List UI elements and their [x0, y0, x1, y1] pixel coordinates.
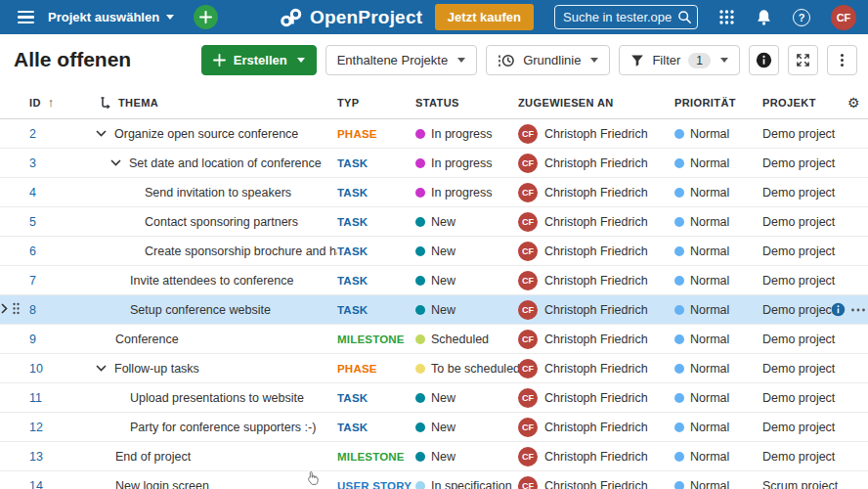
row-more-icon[interactable]	[850, 307, 866, 313]
table-row[interactable]: 4Send invitation to speakersTASKIn progr…	[0, 178, 868, 207]
subject-cell[interactable]: Contact sponsoring partners	[93, 215, 337, 229]
assignee-name[interactable]: Christoph Friedrich	[544, 421, 648, 434]
subject-text[interactable]: Create sponsorship brochure and ha...	[145, 244, 337, 258]
column-header-type[interactable]: TYP	[337, 97, 415, 109]
assignee-cell[interactable]: CFChristoph Friedrich	[518, 418, 674, 437]
status-cell[interactable]: In specification	[415, 479, 518, 489]
more-options-button[interactable]	[827, 45, 857, 75]
work-package-id-link[interactable]: 11	[29, 391, 42, 405]
subject-cell[interactable]: Conference	[93, 333, 337, 346]
type-cell[interactable]: TASK	[337, 245, 415, 257]
subject-text[interactable]: Conference	[115, 333, 179, 346]
type-cell[interactable]: TASK	[337, 157, 415, 169]
fullscreen-button[interactable]	[788, 45, 818, 75]
type-cell[interactable]: TASK	[337, 187, 415, 199]
status-cell[interactable]: New	[415, 215, 518, 229]
column-header-subject[interactable]: THEMA	[93, 97, 337, 109]
project-cell[interactable]: Demo project	[762, 362, 831, 376]
collapse-children-icon[interactable]	[96, 365, 107, 372]
subject-cell[interactable]: Party for conference supporters :-)	[93, 421, 337, 434]
collapse-children-icon[interactable]	[110, 159, 121, 166]
project-cell[interactable]: Demo project	[762, 186, 831, 200]
column-header-assignee[interactable]: ZUGEWIESEN AN	[518, 97, 674, 109]
columns-settings-gear-icon[interactable]: ⚙	[847, 95, 860, 111]
baseline-button[interactable]: Grundlinie	[486, 45, 610, 75]
priority-cell[interactable]: Normal	[674, 127, 762, 141]
work-package-id-link[interactable]: 7	[29, 274, 36, 288]
assignee-cell[interactable]: CFChristoph Friedrich	[518, 359, 674, 378]
work-package-id-link[interactable]: 10	[29, 362, 43, 376]
assignee-cell[interactable]: CFChristoph Friedrich	[518, 124, 674, 144]
row-info-icon[interactable]	[831, 302, 846, 317]
subject-text[interactable]: Send invitation to speakers	[145, 186, 291, 200]
status-cell[interactable]: New	[415, 274, 518, 288]
status-cell[interactable]: New	[415, 303, 518, 317]
table-row[interactable]: 9ConferenceMILESTONEScheduledCFChristoph…	[0, 325, 868, 354]
assignee-cell[interactable]: CFChristoph Friedrich	[518, 476, 674, 489]
filter-button[interactable]: Filter 1	[619, 45, 740, 75]
table-row[interactable]: 8Setup conference websiteTASKNewCFChrist…	[0, 295, 868, 325]
status-cell[interactable]: New	[415, 450, 518, 464]
assignee-cell[interactable]: CFChristoph Friedrich	[518, 212, 674, 232]
type-cell[interactable]: TASK	[337, 304, 415, 316]
assignee-cell[interactable]: CFChristoph Friedrich	[518, 271, 674, 290]
subject-text[interactable]: Set date and location of conference	[129, 156, 322, 170]
priority-cell[interactable]: Normal	[674, 450, 762, 464]
drag-handle-icon[interactable]	[12, 302, 21, 318]
work-package-id-link[interactable]: 14	[29, 479, 43, 489]
subject-cell[interactable]: Invite attendees to conference	[93, 274, 337, 288]
table-row[interactable]: 12Party for conference supporters :-)TAS…	[0, 413, 868, 442]
assignee-cell[interactable]: CFChristoph Friedrich	[518, 330, 674, 349]
work-package-id-link[interactable]: 12	[29, 421, 43, 434]
assignee-name[interactable]: Christoph Friedrich	[544, 391, 648, 405]
work-package-id-link[interactable]: 13	[29, 450, 43, 464]
assignee-name[interactable]: Christoph Friedrich	[544, 156, 648, 170]
buy-now-button[interactable]: Jetzt kaufen	[435, 4, 534, 30]
priority-cell[interactable]: Normal	[674, 186, 762, 200]
project-cell[interactable]: Demo project	[762, 156, 831, 170]
apps-grid-icon[interactable]	[718, 9, 735, 25]
project-cell[interactable]: Demo project	[762, 303, 831, 317]
priority-cell[interactable]: Normal	[674, 479, 762, 489]
subject-text[interactable]: Upload presentations to website	[130, 391, 304, 405]
table-row[interactable]: 14New login screenUSER STORYIn specifica…	[0, 471, 868, 489]
assignee-name[interactable]: Christoph Friedrich	[544, 450, 648, 464]
project-cell[interactable]: Demo project	[762, 274, 831, 288]
project-cell[interactable]: Demo project	[762, 450, 831, 464]
search-input[interactable]	[554, 5, 698, 29]
work-package-id-link[interactable]: 9	[29, 333, 36, 346]
subject-text[interactable]: Setup conference website	[130, 303, 271, 317]
notifications-bell-icon[interactable]	[756, 9, 772, 26]
table-row[interactable]: 7Invite attendees to conferenceTASKNewCF…	[0, 266, 868, 295]
row-open-chevron-icon[interactable]	[1, 303, 8, 317]
assignee-cell[interactable]: CFChristoph Friedrich	[518, 447, 674, 467]
assignee-name[interactable]: Christoph Friedrich	[544, 186, 648, 200]
status-cell[interactable]: In progress	[415, 156, 518, 170]
table-row[interactable]: 11Upload presentations to websiteTASKNew…	[0, 383, 868, 413]
quick-add-button[interactable]	[194, 5, 218, 29]
subject-text[interactable]: Organize open source conference	[114, 127, 298, 141]
subject-cell[interactable]: Organize open source conference	[93, 127, 337, 141]
table-row[interactable]: 13End of projectMILESTONENewCFChristoph …	[0, 442, 868, 471]
priority-cell[interactable]: Normal	[674, 333, 762, 346]
table-row[interactable]: 6Create sponsorship brochure and ha...TA…	[0, 237, 868, 266]
priority-cell[interactable]: Normal	[674, 156, 762, 170]
type-cell[interactable]: MILESTONE	[337, 333, 415, 345]
included-projects-button[interactable]: Enthaltene Projekte	[326, 45, 477, 75]
type-cell[interactable]: TASK	[337, 216, 415, 228]
status-cell[interactable]: Scheduled	[415, 333, 518, 346]
table-row[interactable]: 10Follow-up tasksPHASETo be scheduledCFC…	[0, 354, 868, 383]
subject-cell[interactable]: Upload presentations to website	[93, 391, 337, 405]
subject-cell[interactable]: End of project	[93, 450, 337, 464]
assignee-cell[interactable]: CFChristoph Friedrich	[518, 300, 674, 320]
type-cell[interactable]: PHASE	[337, 363, 415, 375]
user-avatar[interactable]: CF	[831, 5, 856, 30]
status-cell[interactable]: In progress	[415, 186, 518, 200]
subject-text[interactable]: Party for conference supporters :-)	[130, 421, 316, 434]
priority-cell[interactable]: Normal	[674, 362, 762, 376]
project-cell[interactable]: Demo project	[762, 215, 831, 229]
project-cell[interactable]: Scrum project	[762, 479, 831, 489]
table-row[interactable]: 2Organize open source conferencePHASEIn …	[0, 119, 868, 149]
type-cell[interactable]: USER STORY	[337, 480, 415, 489]
project-cell[interactable]: Demo project	[762, 391, 831, 405]
